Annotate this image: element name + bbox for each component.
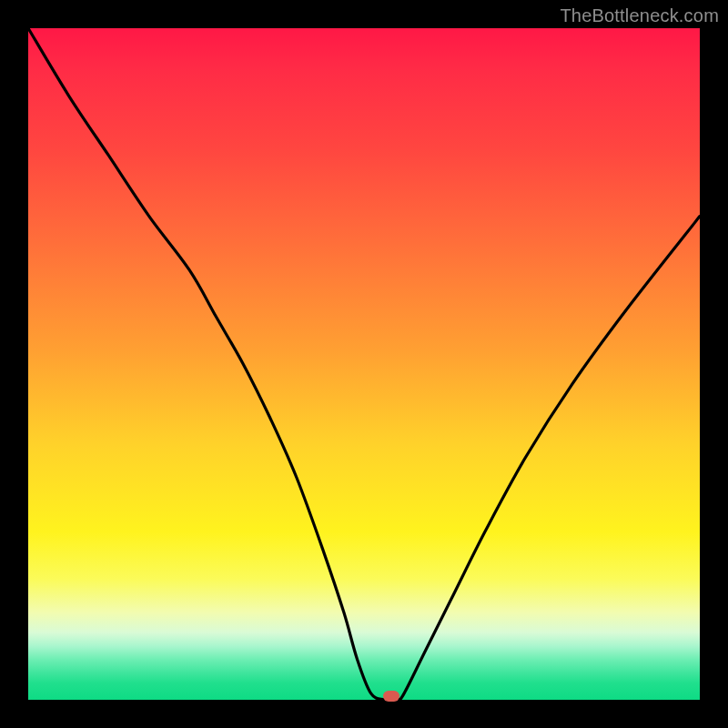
optimum-marker <box>383 691 399 702</box>
watermark-text: TheBottleneck.com <box>560 5 719 26</box>
chart-frame: TheBottleneck.com <box>0 0 728 728</box>
bottleneck-curve <box>0 0 728 728</box>
